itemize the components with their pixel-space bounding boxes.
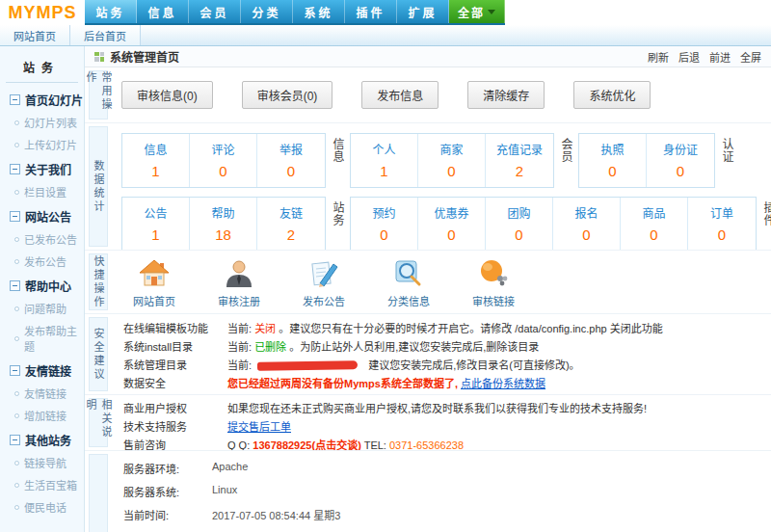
nav-item-extend[interactable]: 扩展 xyxy=(397,0,449,23)
main-nav: 站务 信息 会员 分类 系统 插件 扩展 全部 xyxy=(85,0,505,25)
stat-label[interactable]: 信息 xyxy=(122,141,189,157)
status-value: 关闭 xyxy=(254,323,276,334)
stat-value[interactable]: 1 xyxy=(122,163,189,179)
nav-item-info[interactable]: 信息 xyxy=(137,0,189,23)
sidebar-item-slide-upload[interactable]: 上传幻灯片 xyxy=(14,137,84,152)
stat-value[interactable]: 0 xyxy=(351,226,417,243)
stat-value[interactable]: 2 xyxy=(486,163,553,179)
category-search-icon xyxy=(392,257,425,290)
stat-cell: 信息 1 xyxy=(122,134,190,187)
sidebar-group-other-site[interactable]: 其他站务 xyxy=(10,432,84,448)
stat-value[interactable]: 0 xyxy=(579,163,646,179)
stat-label[interactable]: 商品 xyxy=(621,204,687,221)
fullscreen-button[interactable]: 全屏 xyxy=(740,49,761,65)
security-item-name: 系统管理目录 xyxy=(123,357,227,375)
stat-value[interactable]: 0 xyxy=(418,226,485,243)
stat-label[interactable]: 商家 xyxy=(418,141,485,157)
stat-label[interactable]: 举报 xyxy=(257,141,325,157)
stat-label[interactable]: 友链 xyxy=(257,204,325,221)
stat-group-name: 插件 xyxy=(760,201,771,226)
stat-value[interactable]: 0 xyxy=(553,226,620,243)
stat-value[interactable]: 0 xyxy=(190,163,256,179)
sidebar-item-published-announcements[interactable]: 已发布公告 xyxy=(14,231,84,247)
stat-label[interactable]: 预约 xyxy=(351,204,417,221)
stat-label[interactable]: 优惠券 xyxy=(418,204,485,221)
sidebar-item-publish-announcement[interactable]: 发布公告 xyxy=(14,253,84,269)
stat-label[interactable]: 充值记录 xyxy=(486,141,553,157)
stat-value[interactable]: 18 xyxy=(190,226,256,243)
stat-label[interactable]: 订单 xyxy=(688,204,756,221)
stat-label[interactable]: 执照 xyxy=(579,141,646,157)
audit-member-button[interactable]: 审核会员(0) xyxy=(242,81,333,109)
forward-button[interactable]: 前进 xyxy=(709,49,731,65)
clear-cache-button[interactable]: 清除缓存 xyxy=(467,81,545,109)
backup-link[interactable]: 点此备份系统数据 xyxy=(461,378,545,389)
sidebar-item-column-settings[interactable]: 栏目设置 xyxy=(14,184,84,200)
stat-value[interactable]: 0 xyxy=(418,163,485,179)
stat-label[interactable]: 公告 xyxy=(122,204,189,221)
sidebar-item-public-phone[interactable]: 便民电话 xyxy=(14,499,84,515)
stat-label[interactable]: 团购 xyxy=(486,204,552,221)
nav-item-system[interactable]: 系统 xyxy=(293,0,345,23)
nav-item-category[interactable]: 分类 xyxy=(241,0,293,23)
stat-label[interactable]: 报名 xyxy=(553,204,620,221)
section-label-strip: 安全建议 xyxy=(89,317,108,391)
system-optimize-button[interactable]: 系统优化 xyxy=(573,81,651,109)
sidebar-group-about[interactable]: 关于我们 xyxy=(10,161,84,177)
submit-ticket-link[interactable]: 提交售后工单 xyxy=(227,421,291,433)
stat-value[interactable]: 0 xyxy=(688,226,756,243)
stat-label[interactable]: 身份证 xyxy=(647,141,714,157)
bullet-icon xyxy=(14,143,19,147)
stat-value[interactable]: 2 xyxy=(257,226,325,243)
nav-item-member[interactable]: 会员 xyxy=(189,0,241,23)
section-related-notes: 相关说明 商业用户授权 如果您现在还未正式购买商业用户授权,请您及时联系我们以获… xyxy=(85,395,771,451)
quickop-site-home[interactable]: 网站首页 xyxy=(133,257,175,313)
server-row-environment: 服务器环境: Apache xyxy=(123,461,771,476)
sidebar-group-friend-links[interactable]: 友情链接 xyxy=(10,362,84,379)
sidebar-item-label: 发布公告 xyxy=(24,253,66,269)
status-value: 已删除 xyxy=(254,341,286,353)
tab-admin-home[interactable]: 后台首页 xyxy=(70,25,141,45)
nav-item-site[interactable]: 站务 xyxy=(85,0,137,23)
sidebar-item-question-help[interactable]: 问题帮助 xyxy=(14,301,84,316)
related-row-presale: 售前咨询 Q Q: 1367882925(点击交谈) TEL: 0371-653… xyxy=(123,437,771,450)
stat-value[interactable]: 0 xyxy=(257,163,325,179)
refresh-button[interactable]: 刷新 xyxy=(648,49,669,65)
audit-info-button[interactable]: 审核信息(0) xyxy=(121,81,213,109)
sidebar-item-life-toolbox[interactable]: 生活百宝箱 xyxy=(14,477,84,492)
bullet-icon xyxy=(14,120,19,125)
quickop-audit-register[interactable]: 审核注册 xyxy=(218,257,260,313)
user-icon xyxy=(223,257,255,290)
stat-value[interactable]: 0 xyxy=(621,226,687,243)
quickop-audit-links[interactable]: 审核链接 xyxy=(472,257,515,313)
tab-site-home[interactable]: 网站首页 xyxy=(0,25,70,45)
quickop-publish-announcement[interactable]: 发布公告 xyxy=(303,257,345,313)
sidebar-item-publish-help-topic[interactable]: 发布帮助主题 xyxy=(14,323,84,354)
sidebar-group-slides[interactable]: 首页幻灯片 xyxy=(10,92,84,108)
nav-item-plugin[interactable]: 插件 xyxy=(345,0,397,23)
sidebar-item-friend-links[interactable]: 友情链接 xyxy=(14,386,84,401)
sidebar-item-add-link[interactable]: 增加链接 xyxy=(14,408,84,423)
stat-label[interactable]: 个人 xyxy=(351,141,417,157)
sidebar-group-help-center[interactable]: 帮助中心 xyxy=(10,278,84,294)
qq-chat-link[interactable]: 1367882925(点击交谈) xyxy=(253,439,361,450)
security-item-text: 当前: 建议您安装完成后,修改目录名(可直接修改)。 xyxy=(227,357,771,375)
sidebar-group-announcements[interactable]: 网站公告 xyxy=(10,208,84,225)
stat-label[interactable]: 帮助 xyxy=(190,204,256,221)
nav-item-all[interactable]: 全部 xyxy=(449,0,505,23)
back-button[interactable]: 后退 xyxy=(678,49,700,65)
stat-cell: 订单 0 xyxy=(688,198,756,250)
sidebar-item-link-nav[interactable]: 链接导航 xyxy=(14,455,84,470)
stat-cell: 帮助 18 xyxy=(190,198,257,250)
stat-value[interactable]: 0 xyxy=(486,226,552,243)
stat-cell: 身份证 0 xyxy=(647,134,714,187)
stat-value[interactable]: 1 xyxy=(122,226,189,243)
publish-info-button[interactable]: 发布信息 xyxy=(361,81,439,109)
stat-cell: 个人 1 xyxy=(351,134,418,187)
stat-value[interactable]: 1 xyxy=(351,163,417,179)
globe-icon xyxy=(477,257,510,290)
stat-value[interactable]: 0 xyxy=(647,163,714,179)
quickop-category-info[interactable]: 分类信息 xyxy=(387,257,430,313)
sidebar-item-slide-list[interactable]: 幻灯片列表 xyxy=(14,115,84,130)
stat-label[interactable]: 评论 xyxy=(190,141,256,157)
